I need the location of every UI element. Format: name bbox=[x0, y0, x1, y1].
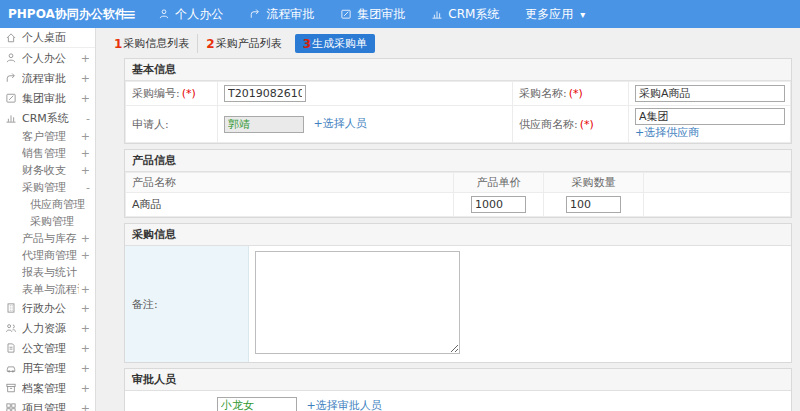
sidebar-item-reports-stats[interactable]: 报表与统计 bbox=[0, 264, 95, 281]
sidebar: 个人桌面 个人办公 + 流程审批 + 集团审批 + CRM系统 - 客户管理 + bbox=[0, 28, 96, 411]
sidebar-item-admin-office[interactable]: 行政办公 + bbox=[0, 298, 95, 318]
section-title: 产品信息 bbox=[125, 150, 791, 172]
topnav-crm-system[interactable]: CRM系统 bbox=[431, 6, 499, 23]
purchase-qty-input[interactable] bbox=[566, 196, 621, 213]
remark-textarea[interactable] bbox=[255, 251, 460, 354]
topnav-label: CRM系统 bbox=[448, 6, 499, 23]
select-approver-link[interactable]: +选择审批人员 bbox=[307, 399, 382, 411]
col-purchase-qty: 采购数量 bbox=[544, 173, 644, 193]
sidebar-item-personal-office[interactable]: 个人办公 + bbox=[0, 48, 95, 68]
section-approval: 审批人员 设置审批人员:(*) +选择审批人员 提醒审批人员: 短消息提示 注：… bbox=[124, 368, 792, 411]
sidebar-item-agent-mgmt[interactable]: 代理商管理 + bbox=[0, 247, 95, 264]
approver-label-cell: 设置审批人员:(*) bbox=[125, 391, 215, 411]
document-icon bbox=[5, 342, 17, 354]
expand-indicator: + bbox=[81, 52, 90, 65]
topnav-more-apps[interactable]: 更多应用 ▾ bbox=[525, 6, 585, 23]
section-purchase-info: 采购信息 备注: bbox=[124, 223, 792, 363]
hamburger-menu-icon[interactable]: ≡ bbox=[122, 6, 136, 23]
remark-label: 备注: bbox=[125, 246, 249, 362]
topnav-workflow-approval[interactable]: 流程审批 bbox=[249, 6, 314, 23]
sidebar-item-group-approval[interactable]: 集团审批 + bbox=[0, 88, 95, 108]
expand-indicator: + bbox=[81, 402, 90, 411]
product-price-input[interactable] bbox=[471, 196, 526, 213]
sidebar-item-personal-desktop[interactable]: 个人桌面 bbox=[0, 28, 95, 48]
topnav-group-approval[interactable]: 集团审批 bbox=[340, 6, 405, 23]
bar-chart-icon bbox=[5, 112, 17, 124]
home-icon bbox=[5, 32, 17, 44]
topnav-personal-office[interactable]: 个人办公 bbox=[158, 6, 223, 23]
purchase-no-input[interactable] bbox=[224, 85, 306, 102]
sidebar-item-sales-mgmt[interactable]: 销售管理 + bbox=[0, 145, 95, 162]
people-icon bbox=[5, 322, 17, 334]
tab-generate-purchase-order[interactable]: 3 生成采购单 bbox=[295, 34, 375, 53]
sidebar-item-label: 财务收支 bbox=[22, 163, 79, 178]
expand-indicator: + bbox=[81, 130, 90, 143]
supplier-label-cell: 供应商名称:(*) bbox=[513, 106, 629, 143]
sidebar-item-customer-mgmt[interactable]: 客户管理 + bbox=[0, 128, 95, 145]
sidebar-item-document-mgmt[interactable]: 公文管理 + bbox=[0, 338, 95, 358]
tab-purchase-info-list[interactable]: 1 采购信息列表 bbox=[106, 34, 198, 53]
select-person-link[interactable]: +选择人员 bbox=[314, 117, 367, 130]
col-product-price: 产品单价 bbox=[454, 173, 544, 193]
sidebar-item-label: 档案管理 bbox=[22, 381, 79, 396]
step-number: 2 bbox=[206, 37, 214, 51]
approver-input[interactable] bbox=[217, 397, 297, 411]
col-product-name: 产品名称 bbox=[126, 173, 454, 193]
col-empty bbox=[644, 173, 791, 193]
required-marker: (*) bbox=[580, 118, 594, 131]
sidebar-item-supplier-mgmt[interactable]: 供应商管理 bbox=[0, 196, 95, 213]
topnav-label: 流程审批 bbox=[266, 6, 314, 23]
sidebar-item-label: 供应商管理 bbox=[30, 197, 88, 212]
select-supplier-link[interactable]: +选择供应商 bbox=[635, 126, 699, 139]
tab-label: 生成采购单 bbox=[312, 36, 367, 51]
car-icon bbox=[5, 362, 17, 374]
sidebar-item-purchase-mgmt[interactable]: 采购管理 - bbox=[0, 179, 95, 196]
expand-indicator: + bbox=[81, 322, 90, 335]
bar-chart-icon bbox=[431, 8, 443, 20]
expand-indicator: + bbox=[81, 342, 90, 355]
expand-indicator: + bbox=[81, 382, 90, 395]
sidebar-item-purchase-mgmt-sub[interactable]: 采购管理 bbox=[0, 213, 95, 230]
sidebar-item-archive-mgmt[interactable]: 档案管理 + bbox=[0, 378, 95, 398]
topnav-label: 更多应用 bbox=[525, 6, 573, 23]
expand-indicator: - bbox=[86, 112, 90, 125]
sidebar-item-label: 公文管理 bbox=[22, 341, 79, 356]
section-title: 采购信息 bbox=[125, 224, 791, 246]
top-navigation: 个人办公 流程审批 集团审批 CRM系统 更多应用 ▾ bbox=[158, 6, 585, 23]
table-row: A商品 bbox=[126, 193, 791, 217]
purchase-name-label-cell: 采购名称:(*) bbox=[513, 82, 629, 106]
sidebar-item-label: 采购管理 bbox=[30, 214, 88, 229]
section-title: 审批人员 bbox=[125, 369, 791, 391]
person-icon bbox=[158, 8, 170, 20]
section-title: 基本信息 bbox=[125, 59, 791, 81]
product-name-cell: A商品 bbox=[126, 193, 454, 217]
sidebar-item-label: 产品与库存 bbox=[22, 231, 79, 246]
expand-indicator: + bbox=[81, 362, 90, 375]
empty-cell bbox=[644, 193, 791, 217]
sidebar-item-label: 行政办公 bbox=[22, 301, 79, 316]
required-marker: (*) bbox=[569, 87, 583, 100]
expand-indicator: + bbox=[81, 72, 90, 85]
supplier-input[interactable] bbox=[635, 108, 785, 125]
sidebar-item-label: 集团审批 bbox=[22, 91, 79, 106]
edit-square-icon bbox=[340, 8, 352, 20]
applicant-input[interactable] bbox=[224, 116, 304, 133]
topnav-label: 集团审批 bbox=[357, 6, 405, 23]
sidebar-item-label: 报表与统计 bbox=[22, 265, 88, 280]
sidebar-item-product-inventory[interactable]: 产品与库存 + bbox=[0, 230, 95, 247]
sidebar-item-label: 流程审批 bbox=[22, 71, 79, 86]
topnav-label: 个人办公 bbox=[175, 6, 223, 23]
sidebar-item-workflow-approval[interactable]: 流程审批 + bbox=[0, 68, 95, 88]
sidebar-item-finance[interactable]: 财务收支 + bbox=[0, 162, 95, 179]
sidebar-item-hr[interactable]: 人力资源 + bbox=[0, 318, 95, 338]
purchase-name-input[interactable] bbox=[635, 85, 785, 102]
expand-indicator: + bbox=[81, 92, 90, 105]
tab-purchase-product-list[interactable]: 2 采购产品列表 bbox=[198, 34, 289, 53]
expand-indicator: + bbox=[81, 249, 90, 262]
sidebar-item-crm-system[interactable]: CRM系统 - bbox=[0, 108, 95, 128]
sidebar-item-project-mgmt[interactable]: 项目管理 + bbox=[0, 398, 95, 411]
step-tabs: 1 采购信息列表 2 采购产品列表 3 生成采购单 bbox=[106, 34, 800, 53]
sidebar-item-vehicle-mgmt[interactable]: 用车管理 + bbox=[0, 358, 95, 378]
sidebar-item-label: 销售管理 bbox=[22, 146, 79, 161]
sidebar-item-form-workflow-settings[interactable]: 表单与流程设置 + bbox=[0, 281, 95, 298]
